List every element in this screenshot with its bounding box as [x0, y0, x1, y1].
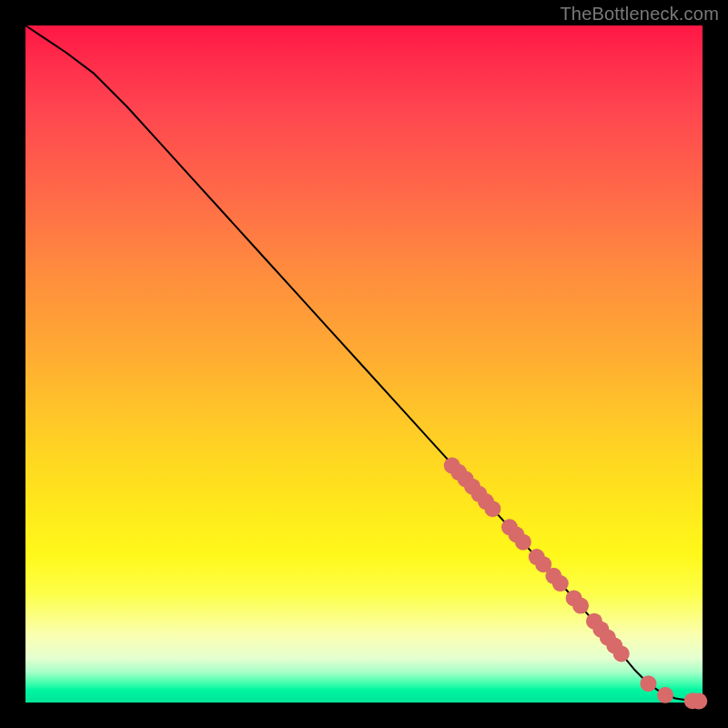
curve-marker [640, 675, 656, 692]
curve-marker [691, 693, 707, 710]
curve-marker [484, 500, 500, 517]
curve-marker [572, 598, 589, 614]
bottleneck-curve [25, 25, 703, 702]
curve-marker [515, 534, 531, 551]
curve-marker [552, 575, 569, 592]
curve-markers [444, 458, 708, 710]
curve-marker [657, 687, 673, 703]
watermark-text: TheBottleneck.com [560, 4, 719, 25]
chart-svg [25, 25, 703, 703]
curve-marker [613, 645, 630, 662]
